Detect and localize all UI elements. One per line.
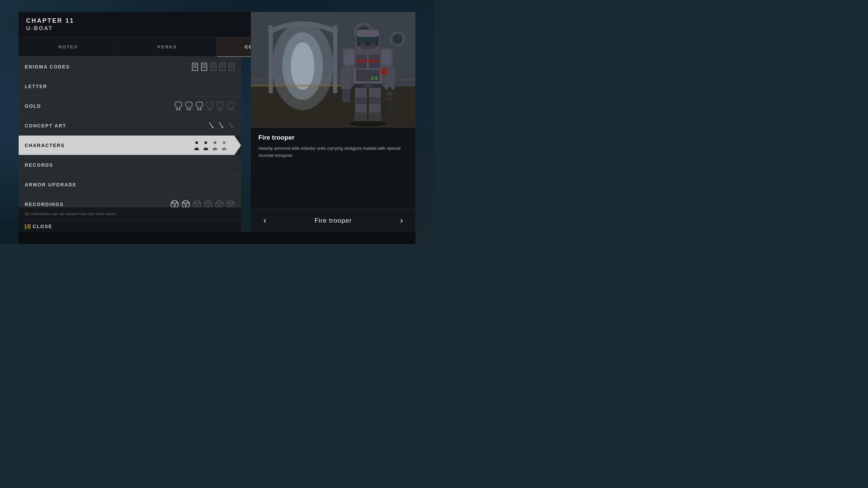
svg-rect-0 <box>192 63 198 70</box>
svg-rect-111 <box>355 97 367 104</box>
goblet-1 <box>174 101 182 111</box>
svg-point-49 <box>217 202 218 203</box>
svg-point-51 <box>219 206 220 207</box>
svg-rect-12 <box>220 63 225 70</box>
person-3 <box>212 141 218 150</box>
character-description: Fire trooper Heavily armored elite infan… <box>251 128 415 208</box>
svg-point-42 <box>204 201 212 208</box>
category-label: GOLD <box>25 103 174 109</box>
svg-rect-97 <box>344 50 354 65</box>
svg-point-27 <box>171 201 178 208</box>
svg-point-39 <box>194 202 196 203</box>
svg-rect-105 <box>387 97 392 100</box>
category-icons <box>193 141 228 150</box>
svg-point-34 <box>183 202 184 203</box>
svg-point-45 <box>210 202 211 203</box>
svg-point-48 <box>218 203 220 205</box>
svg-point-38 <box>196 203 198 205</box>
svg-point-41 <box>196 206 198 207</box>
svg-point-25 <box>214 141 216 144</box>
category-icons <box>192 63 235 71</box>
svg-point-50 <box>221 202 222 203</box>
svg-rect-87 <box>354 60 381 62</box>
character-image-panel <box>251 12 415 128</box>
svg-rect-63 <box>269 25 273 93</box>
footer-note-bar: All collectibles can be viewed from the … <box>19 207 241 220</box>
svg-point-28 <box>174 203 176 205</box>
doc-icon-2 <box>201 63 208 71</box>
svg-point-120 <box>349 121 387 126</box>
goblet-3 <box>195 101 203 111</box>
category-icons <box>174 101 235 111</box>
category-armor-upgrade[interactable]: ARMOR UPGRADE <box>19 175 241 195</box>
goblet-4 <box>206 101 214 111</box>
category-list: ENIGMA CODES LETTER GOLD CONCEPT ART <box>19 57 241 214</box>
svg-rect-4 <box>201 63 207 70</box>
svg-rect-100 <box>341 66 352 90</box>
svg-point-24 <box>204 141 207 144</box>
svg-rect-94 <box>361 47 375 49</box>
svg-point-62 <box>291 42 315 90</box>
category-label: CHARACTERS <box>25 143 193 148</box>
person-1 <box>193 141 200 150</box>
svg-point-33 <box>185 203 187 205</box>
goblet-6 <box>227 101 235 111</box>
svg-rect-16 <box>229 63 234 70</box>
category-label: RECORDS <box>25 162 235 168</box>
detail-nav: ‹ Fire trooper › <box>251 208 415 232</box>
svg-rect-107 <box>371 76 374 80</box>
brush-2 <box>216 120 227 132</box>
person-4 <box>221 141 228 150</box>
svg-point-43 <box>207 203 209 205</box>
doc-icon-5 <box>228 63 235 71</box>
category-label: ENIGMA CODES <box>25 64 192 69</box>
location-title: U-BOAT <box>26 25 74 32</box>
svg-rect-108 <box>375 76 378 80</box>
category-gold[interactable]: GOLD <box>19 96 241 116</box>
category-label: RECORDINGS <box>25 202 170 207</box>
goblet-5 <box>216 101 224 111</box>
svg-point-36 <box>185 206 186 207</box>
svg-rect-101 <box>342 89 350 102</box>
next-button[interactable]: › <box>395 214 408 227</box>
category-records[interactable]: RECORDS <box>19 155 241 175</box>
svg-point-37 <box>193 201 201 208</box>
svg-point-93 <box>370 42 376 48</box>
category-characters[interactable]: CHARACTERS <box>19 136 241 155</box>
svg-point-30 <box>176 202 177 203</box>
doc-icon-4 <box>219 63 226 71</box>
svg-point-52 <box>227 201 234 208</box>
category-label: ARMOR UPGRADE <box>25 182 235 187</box>
category-label: CONCEPT ART <box>25 123 208 128</box>
character-name: Fire trooper <box>258 134 408 141</box>
category-enigma-codes[interactable]: ENIGMA CODES <box>19 57 241 77</box>
category-letter[interactable]: LETTER <box>19 77 241 96</box>
close-key: [J] <box>25 224 31 229</box>
person-2 <box>202 141 209 150</box>
category-label: LETTER <box>25 84 235 89</box>
close-label: CLOSE <box>33 224 52 229</box>
svg-point-29 <box>172 202 173 203</box>
doc-icon-1 <box>192 63 198 71</box>
svg-rect-112 <box>369 97 380 104</box>
doc-icon-3 <box>210 63 217 71</box>
svg-point-26 <box>223 141 225 144</box>
svg-point-55 <box>232 202 233 203</box>
nav-title: Fire trooper <box>314 217 352 224</box>
svg-rect-104 <box>387 92 393 96</box>
svg-point-56 <box>230 206 231 207</box>
prev-button[interactable]: ‹ <box>258 214 271 227</box>
svg-point-31 <box>174 206 175 207</box>
category-concept-art[interactable]: CONCEPT ART <box>19 116 241 136</box>
tab-notes[interactable]: NOTES <box>19 37 118 56</box>
svg-rect-118 <box>364 84 372 87</box>
tab-perks[interactable]: PERKS <box>118 37 217 56</box>
svg-rect-99 <box>381 50 392 65</box>
footer-note: All collectibles can be viewed from the … <box>25 212 117 216</box>
svg-point-44 <box>205 202 207 203</box>
bottom-strip <box>19 232 415 244</box>
brush-3 <box>225 120 237 132</box>
svg-rect-8 <box>211 63 216 70</box>
close-bar[interactable]: [J] CLOSE <box>19 220 241 232</box>
category-icons <box>208 121 235 130</box>
